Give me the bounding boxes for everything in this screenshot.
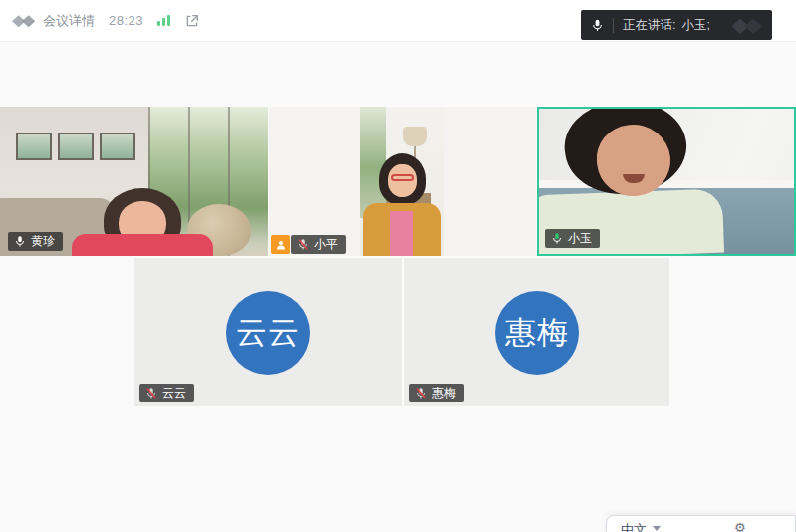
gear-icon[interactable]: ⚙ xyxy=(734,520,746,532)
mic-muted-icon xyxy=(415,387,427,399)
participant-name-tag: 云云 xyxy=(139,384,194,402)
mic-speaking-icon xyxy=(551,232,563,245)
mic-muted-icon xyxy=(145,387,157,399)
caption-language-selector[interactable]: 中文 xyxy=(621,521,647,532)
avatar: 惠梅 xyxy=(495,291,579,375)
speaking-name: 小玉; xyxy=(681,17,709,34)
mic-muted-icon xyxy=(297,238,309,251)
avatar: 云云 xyxy=(226,291,310,375)
microphone-icon xyxy=(591,18,604,33)
participant-name: 惠梅 xyxy=(432,385,456,401)
window-view xyxy=(360,107,386,218)
video-tile-huimei[interactable]: 惠梅 惠梅 xyxy=(404,258,669,406)
speaking-label: 正在讲话: xyxy=(623,17,675,34)
participant-name-tag: 惠梅 xyxy=(409,384,464,402)
avatar-text: 惠梅 xyxy=(505,312,569,354)
banner-divider xyxy=(613,18,614,33)
participant-name: 小玉 xyxy=(568,230,592,247)
chevron-down-icon xyxy=(653,526,661,531)
mic-on-icon xyxy=(14,235,26,248)
video-tile-huangzhen[interactable]: 黄珍 xyxy=(0,107,268,256)
participant-name-tag: 小玉 xyxy=(545,229,600,248)
picture-frame xyxy=(100,133,135,160)
caption-panel: 中文 ⚙ xyxy=(606,515,796,532)
picture-frame xyxy=(16,133,52,160)
meeting-timer: 28:23 xyxy=(109,13,143,28)
avatar-text: 云云 xyxy=(236,312,300,354)
host-badge-icon xyxy=(271,235,290,254)
watermark-logo-icon xyxy=(730,16,764,35)
video-feed xyxy=(360,107,444,256)
speaking-banner[interactable]: 正在讲话: 小玉; xyxy=(581,10,772,40)
video-tile-yunyun[interactable]: 云云 云云 xyxy=(134,258,402,406)
network-signal-icon[interactable] xyxy=(157,15,170,26)
participant-name-tag: 小平 xyxy=(271,235,346,254)
person-shirt xyxy=(72,234,213,256)
person-inner-top xyxy=(390,211,413,256)
participant-name: 小平 xyxy=(314,236,338,253)
participant-name: 云云 xyxy=(162,385,186,401)
video-tile-xiaoyu[interactable]: 小玉 xyxy=(537,107,796,256)
participant-name: 黄珍 xyxy=(31,233,55,250)
app-logo-icon xyxy=(12,13,36,28)
lamp-shade xyxy=(403,127,427,146)
picture-frame xyxy=(58,133,94,160)
video-tile-xiaoping[interactable]: 小平 xyxy=(269,107,536,256)
meeting-window: 会议详情 28:23 正在讲话: 小玉; xyxy=(0,0,796,532)
meeting-details-button[interactable]: 会议详情 xyxy=(43,12,95,30)
participant-name-tag: 黄珍 xyxy=(8,232,63,251)
open-external-icon[interactable] xyxy=(184,13,200,29)
person-glasses xyxy=(391,174,414,181)
